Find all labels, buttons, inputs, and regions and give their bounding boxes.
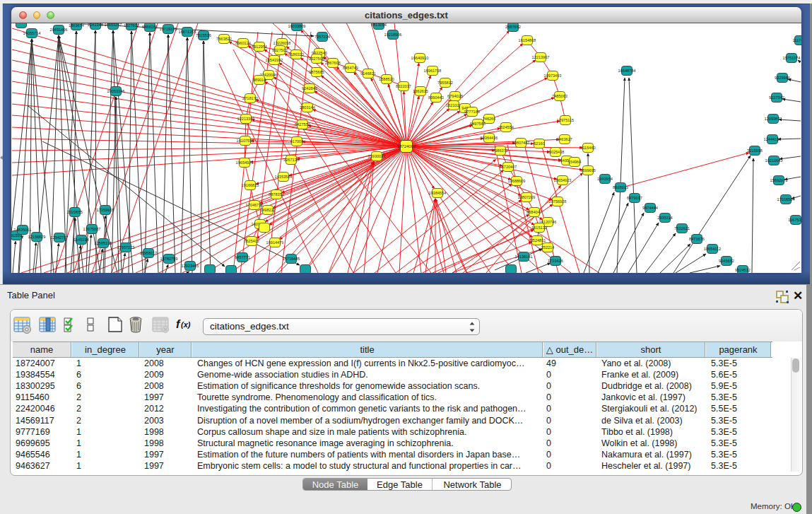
svg-text:7955812: 7955812 [437,81,453,85]
svg-text:15720407: 15720407 [500,165,517,169]
svg-text:9327508: 9327508 [309,57,324,61]
svg-text:9146821: 9146821 [360,71,376,76]
svg-text:9474444: 9474444 [642,206,658,210]
svg-text:18807209: 18807209 [518,195,536,199]
svg-text:9245652: 9245652 [719,259,734,263]
svg-text:10654923: 10654923 [554,178,572,182]
svg-text:3267130: 3267130 [283,158,299,162]
svg-text:f: f [176,318,181,330]
svg-text:9463627: 9463627 [557,137,572,141]
svg-text:8186323: 8186323 [288,52,304,57]
svg-text:7357224: 7357224 [314,35,330,39]
svg-text:12093872: 12093872 [765,117,782,121]
svg-text:8878352: 8878352 [269,192,284,197]
svg-text:8960124: 8960124 [235,41,251,45]
svg-text:9115460: 9115460 [580,146,595,150]
svg-text:1117404: 1117404 [793,38,801,42]
svg-text:1640954: 1640954 [597,177,613,181]
svg-text:1588520: 1588520 [379,77,394,81]
svg-text:9524512: 9524512 [735,268,751,272]
svg-text:10210643: 10210643 [765,158,783,163]
svg-text:1733426: 1733426 [548,259,563,263]
svg-text:9227342: 9227342 [769,95,784,100]
svg-text:8938913: 8938913 [613,185,628,189]
svg-text:6794028: 6794028 [447,94,463,98]
svg-text:7625402: 7625402 [244,239,259,243]
svg-text:17046736: 17046736 [246,203,264,207]
svg-text:1362615: 1362615 [413,89,428,93]
svg-text:3624554: 3624554 [498,125,514,129]
svg-text:1863674: 1863674 [69,23,84,28]
svg-text:8990443: 8990443 [428,95,444,100]
svg-text:10973493: 10973493 [544,74,562,78]
svg-text:13524851: 13524851 [529,238,546,243]
svg-text:12213967: 12213967 [532,55,550,59]
svg-text:16671355: 16671355 [179,30,196,34]
svg-text:17016504: 17016504 [777,197,795,201]
svg-text:15692971: 15692971 [770,178,788,182]
svg-text:6466160: 6466160 [142,25,158,29]
svg-text:15930023: 15930023 [368,154,386,158]
svg-text:2803144: 2803144 [300,105,315,110]
svg-text:6479197: 6479197 [627,196,642,200]
svg-text:20691406: 20691406 [50,28,68,32]
svg-text:7515526: 7515526 [196,33,211,37]
svg-text:14136141: 14136141 [515,255,533,259]
svg-text:8427552: 8427552 [295,122,310,127]
svg-text:8813054: 8813054 [371,23,387,27]
svg-text:2687682: 2687682 [505,25,521,29]
svg-text:7485063: 7485063 [552,94,567,98]
svg-text:14835061: 14835061 [14,228,32,232]
svg-text:7632621: 7632621 [674,226,690,230]
svg-text:12923465: 12923465 [182,264,199,268]
svg-text:12505135: 12505135 [95,241,112,245]
svg-text:16107553: 16107553 [237,139,254,143]
svg-text:10958117: 10958117 [140,251,157,255]
svg-text:19384554: 19384554 [429,191,447,195]
svg-text:9327503: 9327503 [272,48,288,52]
svg-text:16648784: 16648784 [618,69,636,73]
svg-text:13226058: 13226058 [273,41,291,45]
svg-text:16154808: 16154808 [519,38,536,42]
svg-text:10025438: 10025438 [547,150,565,154]
svg-text:17957223: 17957223 [117,245,135,250]
svg-text:19218506: 19218506 [384,33,402,37]
svg-text:20364436: 20364436 [481,136,498,140]
svg-text:10719185: 10719185 [160,27,177,31]
svg-text:417008: 417008 [290,139,304,144]
svg-text:8454749: 8454749 [343,66,358,70]
svg-text:6497568: 6497568 [470,122,486,126]
svg-text:9875685: 9875685 [309,70,324,74]
svg-text:1527602: 1527602 [124,23,139,28]
svg-text:15716485: 15716485 [283,257,300,261]
svg-text:1621022: 1621022 [446,103,461,107]
svg-text:12942737: 12942737 [51,235,69,240]
svg-text:8912954: 8912954 [252,45,267,49]
svg-text:9777169: 9777169 [464,110,480,114]
svg-text:12156829: 12156829 [28,235,46,239]
svg-text:3215958: 3215958 [747,148,763,153]
svg-text:252214: 252214 [541,245,555,250]
svg-text:10654112: 10654112 [704,247,721,251]
svg-text:7663822: 7663822 [216,37,232,41]
svg-text:154964: 154964 [568,160,582,164]
svg-text:9242843: 9242843 [302,86,317,90]
svg-text:17359928: 17359928 [97,208,114,212]
svg-text:8471676: 8471676 [689,237,705,241]
svg-text:746266: 746266 [483,117,496,121]
svg-text:19166825: 19166825 [242,183,259,187]
svg-text:12213389: 12213389 [237,117,255,121]
svg-text:16640910: 16640910 [411,56,429,60]
svg-text:16782759: 16782759 [160,257,178,261]
svg-text:12444157: 12444157 [764,137,782,141]
svg-text:15751074: 15751074 [783,56,801,60]
svg-text:12975115: 12975115 [557,118,574,122]
svg-text:18724007: 18724007 [397,144,416,148]
svg-text:16914479: 16914479 [266,240,284,245]
svg-text:8322037: 8322037 [396,84,411,88]
svg-text:2020655: 2020655 [67,210,83,214]
svg-text:9457771: 9457771 [235,255,250,259]
svg-text:19654923: 19654923 [236,160,254,165]
svg-text:9329966: 9329966 [775,76,790,80]
svg-text:10688609: 10688609 [508,179,526,183]
